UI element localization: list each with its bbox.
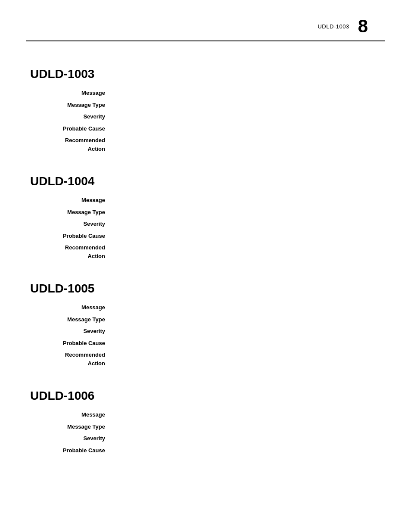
- section-UDLD-1004: UDLD-1004MessageMessage TypeSeverityProb…: [26, 174, 385, 260]
- field-row-UDLD-1006-message-type: Message Type: [26, 423, 385, 431]
- field-row-UDLD-1005-recommended-action: RecommendedAction: [26, 351, 385, 367]
- field-row-UDLD-1004-severity: Severity: [26, 220, 385, 228]
- field-value: [112, 434, 385, 443]
- field-value: [112, 101, 385, 109]
- field-label: Severity: [26, 112, 112, 121]
- section-title-UDLD-1005: UDLD-1005: [30, 282, 385, 296]
- field-value: [112, 411, 385, 419]
- field-row-UDLD-1004-recommended-action: RecommendedAction: [26, 243, 385, 260]
- field-value: [112, 196, 385, 205]
- field-label: Probable Cause: [26, 446, 112, 455]
- header-doc-id: UDLD-1003: [318, 23, 349, 30]
- field-row-UDLD-1005-probable-cause: Probable Cause: [26, 339, 385, 348]
- field-label: RecommendedAction: [26, 136, 112, 153]
- field-value: [112, 136, 385, 153]
- section-title-UDLD-1003: UDLD-1003: [30, 67, 385, 81]
- field-value: [112, 423, 385, 431]
- field-label: Probable Cause: [26, 124, 112, 133]
- header-page-number: 8: [358, 17, 368, 35]
- field-value: [112, 327, 385, 336]
- field-value: [112, 315, 385, 324]
- field-value: [112, 303, 385, 312]
- field-label: Message Type: [26, 101, 112, 109]
- field-row-UDLD-1004-message: Message: [26, 196, 385, 205]
- section-UDLD-1005: UDLD-1005MessageMessage TypeSeverityProb…: [26, 282, 385, 367]
- field-value: [112, 112, 385, 121]
- field-label: Severity: [26, 327, 112, 336]
- field-value: [112, 220, 385, 228]
- section-title-UDLD-1006: UDLD-1006: [30, 389, 385, 403]
- field-value: [112, 243, 385, 260]
- page-header: UDLD-1003 8: [26, 17, 385, 41]
- field-value: [112, 89, 385, 97]
- field-row-UDLD-1005-severity: Severity: [26, 327, 385, 336]
- field-label: Severity: [26, 434, 112, 443]
- field-row-UDLD-1004-probable-cause: Probable Cause: [26, 232, 385, 240]
- field-value: [112, 124, 385, 133]
- field-value: [112, 232, 385, 240]
- field-label: Probable Cause: [26, 232, 112, 240]
- field-label: Message: [26, 196, 112, 205]
- field-row-UDLD-1003-recommended-action: RecommendedAction: [26, 136, 385, 153]
- field-label: Message: [26, 303, 112, 312]
- field-label: Message: [26, 411, 112, 419]
- field-label: Message Type: [26, 423, 112, 431]
- field-label: Message Type: [26, 208, 112, 217]
- field-row-UDLD-1005-message: Message: [26, 303, 385, 312]
- field-value: [112, 351, 385, 367]
- field-row-UDLD-1003-message: Message: [26, 89, 385, 97]
- field-row-UDLD-1003-probable-cause: Probable Cause: [26, 124, 385, 133]
- section-UDLD-1003: UDLD-1003MessageMessage TypeSeverityProb…: [26, 67, 385, 153]
- field-row-UDLD-1006-message: Message: [26, 411, 385, 419]
- field-row-UDLD-1003-message-type: Message Type: [26, 101, 385, 109]
- field-value: [112, 339, 385, 348]
- field-label: Probable Cause: [26, 339, 112, 348]
- section-title-UDLD-1004: UDLD-1004: [30, 174, 385, 188]
- field-row-UDLD-1006-severity: Severity: [26, 434, 385, 443]
- field-label: RecommendedAction: [26, 351, 112, 367]
- section-UDLD-1006: UDLD-1006MessageMessage TypeSeverityProb…: [26, 389, 385, 454]
- field-row-UDLD-1006-probable-cause: Probable Cause: [26, 446, 385, 455]
- field-label: RecommendedAction: [26, 243, 112, 260]
- field-value: [112, 446, 385, 455]
- field-row-UDLD-1005-message-type: Message Type: [26, 315, 385, 324]
- field-label: Message Type: [26, 315, 112, 324]
- field-label: Message: [26, 89, 112, 97]
- field-value: [112, 208, 385, 217]
- field-row-UDLD-1004-message-type: Message Type: [26, 208, 385, 217]
- field-label: Severity: [26, 220, 112, 228]
- field-row-UDLD-1003-severity: Severity: [26, 112, 385, 121]
